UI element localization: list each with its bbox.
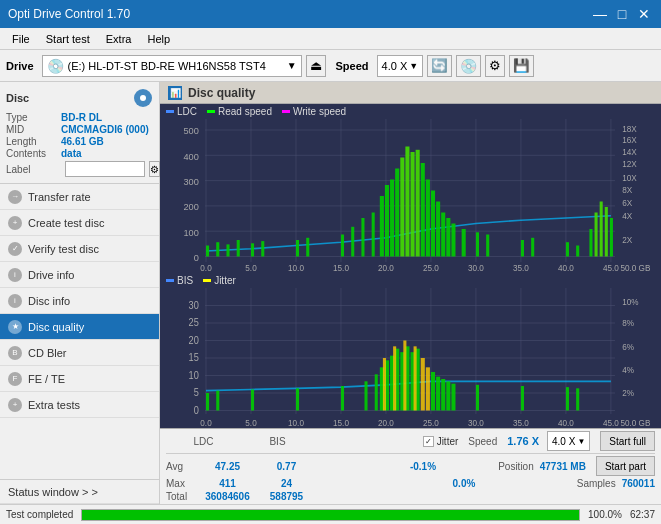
menu-help[interactable]: Help <box>139 31 178 47</box>
sidebar-bottom: Status window > > <box>0 479 159 504</box>
create-test-disc-label: Create test disc <box>28 217 104 229</box>
svg-rect-141 <box>521 386 524 411</box>
sidebar-item-extra-tests[interactable]: + Extra tests <box>0 392 159 418</box>
title-bar: Opti Drive Control 1.70 — □ ✕ <box>0 0 661 28</box>
speed-selector[interactable]: 4.0 X ▼ <box>377 55 424 77</box>
max-label: Max <box>166 478 196 489</box>
jitter-checkbox-area[interactable]: ✓ Jitter <box>423 436 459 447</box>
menu-bar: File Start test Extra Help <box>0 28 661 50</box>
drive-info-label: Drive info <box>28 269 74 281</box>
svg-rect-59 <box>390 180 394 257</box>
svg-rect-70 <box>446 218 450 257</box>
svg-rect-135 <box>431 372 435 411</box>
close-button[interactable]: ✕ <box>635 5 653 23</box>
svg-rect-118 <box>341 386 344 411</box>
fe-te-label: FE / TE <box>28 373 65 385</box>
status-bar: Test completed 100.0% 62:37 <box>0 504 661 524</box>
main-layout: Disc Type BD-R DL MID CMCMAGDI6 (000) Le… <box>0 82 661 504</box>
bis-total: 588795 <box>259 491 314 502</box>
length-label: Length <box>6 136 61 147</box>
bottom-chart-container: 30 25 20 15 10 5 0 10% 8% 6% 4% 2% <box>160 288 661 428</box>
sidebar-item-disc-info[interactable]: i Disc info <box>0 288 159 314</box>
create-test-disc-icon: + <box>8 216 22 230</box>
svg-rect-131 <box>403 341 406 411</box>
svg-text:6X: 6X <box>622 198 632 208</box>
bottom-chart-legend: BIS Jitter <box>160 273 661 288</box>
sidebar-item-fe-te[interactable]: F FE / TE <box>0 366 159 392</box>
disc-info-label: Disc info <box>28 295 70 307</box>
svg-rect-66 <box>426 180 430 257</box>
svg-text:0: 0 <box>194 252 199 263</box>
speed-label: Speed <box>336 60 369 72</box>
speed-header: Speed <box>468 436 497 447</box>
svg-rect-58 <box>385 185 389 257</box>
samples-label: Samples <box>577 478 616 489</box>
start-buttons: Start full <box>600 431 655 451</box>
svg-text:10%: 10% <box>622 297 639 308</box>
svg-rect-50 <box>261 241 264 256</box>
transfer-rate-label: Transfer rate <box>28 191 91 203</box>
svg-rect-57 <box>380 196 384 257</box>
sidebar-item-disc-quality[interactable]: ★ Disc quality <box>0 314 159 340</box>
speed-select-btn[interactable]: 4.0 X ▼ <box>547 431 590 451</box>
legend-read-speed: Read speed <box>207 106 272 117</box>
chart-title-bar: 📊 Disc quality <box>160 82 661 104</box>
sidebar-item-create-test-disc[interactable]: + Create test disc <box>0 210 159 236</box>
menu-file[interactable]: File <box>4 31 38 47</box>
menu-extra[interactable]: Extra <box>98 31 140 47</box>
type-value: BD-R DL <box>61 112 102 123</box>
svg-text:4%: 4% <box>622 365 634 376</box>
start-part-buttons: Start part <box>596 456 655 476</box>
disc-quality-label: Disc quality <box>28 321 84 333</box>
refresh-button[interactable]: 🔄 <box>427 55 452 77</box>
sidebar-nav: → Transfer rate + Create test disc ✓ Ver… <box>0 184 159 479</box>
svg-text:100: 100 <box>184 226 199 237</box>
svg-text:25: 25 <box>189 317 200 329</box>
read-speed-color <box>207 110 215 113</box>
menu-start-test[interactable]: Start test <box>38 31 98 47</box>
svg-rect-114 <box>206 393 209 411</box>
sidebar-item-transfer-rate[interactable]: → Transfer rate <box>0 184 159 210</box>
start-part-button[interactable]: Start part <box>596 456 655 476</box>
minimize-button[interactable]: — <box>591 5 609 23</box>
svg-rect-119 <box>364 381 367 410</box>
status-window-button[interactable]: Status window > > <box>0 480 159 504</box>
drive-label: Drive <box>6 60 34 72</box>
save-button[interactable]: 💾 <box>509 55 534 77</box>
svg-text:20.0: 20.0 <box>378 263 394 273</box>
mid-label: MID <box>6 124 61 135</box>
sidebar-item-cd-bler[interactable]: B CD Bler <box>0 340 159 366</box>
avg-label: Avg <box>166 461 196 472</box>
settings-button[interactable]: ⚙ <box>485 55 505 77</box>
maximize-button[interactable]: □ <box>613 5 631 23</box>
progress-bar-fill <box>82 510 579 520</box>
svg-rect-136 <box>436 377 440 411</box>
svg-text:30.0: 30.0 <box>468 417 484 428</box>
sidebar: Disc Type BD-R DL MID CMCMAGDI6 (000) Le… <box>0 82 160 504</box>
sidebar-item-drive-info[interactable]: i Drive info <box>0 262 159 288</box>
start-full-button[interactable]: Start full <box>600 431 655 451</box>
jitter-checkbox[interactable]: ✓ <box>423 436 434 447</box>
label-button[interactable]: ⚙ <box>149 161 160 177</box>
label-input[interactable] <box>65 161 145 177</box>
svg-text:25.0: 25.0 <box>423 263 439 273</box>
svg-rect-60 <box>395 169 399 257</box>
stats-area: LDC BIS ✓ Jitter Speed 1.76 X 4.0 X <box>160 428 661 504</box>
ldc-max: 411 <box>200 478 255 489</box>
verify-test-disc-icon: ✓ <box>8 242 22 256</box>
svg-rect-54 <box>351 227 354 257</box>
svg-text:50.0 GB: 50.0 GB <box>620 263 650 273</box>
svg-text:25.0: 25.0 <box>423 417 439 428</box>
svg-rect-48 <box>237 240 240 257</box>
svg-rect-64 <box>416 150 420 257</box>
eject-button[interactable]: ⏏ <box>306 55 326 77</box>
svg-text:18X: 18X <box>622 124 637 134</box>
burn-button[interactable]: 💿 <box>456 55 481 77</box>
drive-selector[interactable]: 💿 (E:) HL-DT-ST BD-RE WH16NS58 TST4 ▼ <box>42 55 302 77</box>
sidebar-item-verify-test-disc[interactable]: ✓ Verify test disc <box>0 236 159 262</box>
svg-text:15.0: 15.0 <box>333 263 349 273</box>
svg-rect-116 <box>251 390 254 411</box>
position-value: 47731 MB <box>540 461 586 472</box>
svg-text:2%: 2% <box>622 388 634 399</box>
svg-text:30.0: 30.0 <box>468 263 484 273</box>
